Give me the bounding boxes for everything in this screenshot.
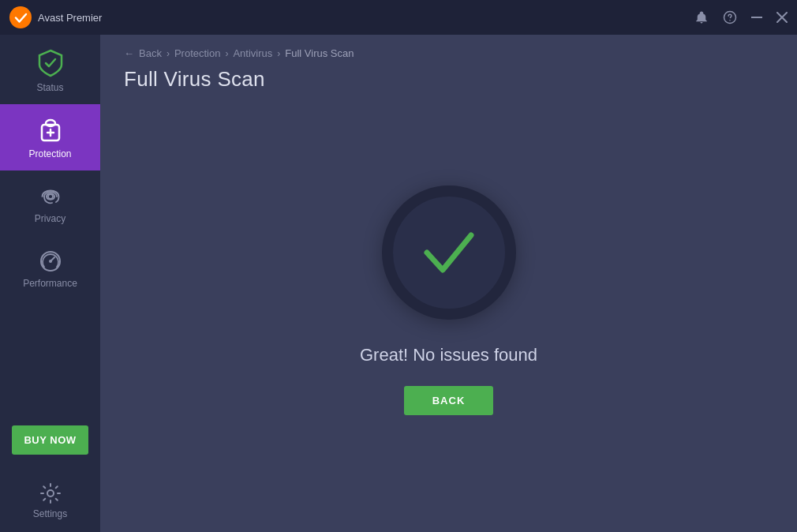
breadcrumb-sep-1: › — [167, 48, 170, 59]
privacy-icon — [39, 185, 62, 208]
sidebar-item-protection[interactable]: Protection — [0, 104, 100, 170]
sidebar-item-privacy[interactable]: Privacy — [0, 170, 100, 235]
sidebar-item-settings[interactable]: Settings — [0, 469, 100, 532]
app-title: Avast Premier — [38, 12, 102, 24]
sidebar-performance-label: Performance — [23, 278, 77, 289]
avast-logo-icon — [9, 6, 32, 28]
title-bar: Avast Premier — [0, 0, 797, 35]
notification-button[interactable] — [694, 10, 709, 24]
sidebar-item-status[interactable]: Status — [0, 35, 100, 104]
content-body: Great! No issues found BACK — [100, 99, 797, 532]
help-icon — [723, 10, 737, 24]
svg-point-0 — [9, 6, 32, 28]
sidebar-item-performance[interactable]: Performance — [0, 235, 100, 300]
sidebar-settings-label: Settings — [33, 508, 67, 519]
svg-point-14 — [47, 490, 54, 496]
breadcrumb-sep-2: › — [225, 48, 228, 59]
back-link[interactable]: ← Back — [124, 47, 162, 59]
sidebar-status-label: Status — [36, 82, 63, 93]
app-logo: Avast Premier — [9, 6, 102, 28]
sidebar-privacy-label: Privacy — [35, 213, 65, 224]
minimize-button[interactable] — [751, 17, 762, 18]
bell-icon — [694, 10, 709, 24]
sidebar-protection-label: Protection — [28, 148, 71, 159]
status-icon — [38, 49, 63, 77]
svg-point-2 — [729, 20, 731, 21]
back-button[interactable]: BACK — [404, 386, 494, 415]
back-label[interactable]: Back — [139, 47, 162, 59]
back-arrow-icon: ← — [124, 47, 134, 59]
breadcrumb: ← Back › Protection › Antivirus › Full V… — [124, 47, 773, 59]
breadcrumb-protection[interactable]: Protection — [174, 47, 221, 59]
breadcrumb-sep-3: › — [277, 48, 280, 59]
content-area: ← Back › Protection › Antivirus › Full V… — [100, 35, 797, 532]
window-controls — [694, 10, 788, 24]
minimize-icon — [751, 17, 762, 18]
content-header: ← Back › Protection › Antivirus › Full V… — [100, 35, 797, 99]
svg-rect-3 — [751, 17, 762, 18]
sidebar: Status Protection — [0, 35, 100, 532]
checkmark-icon — [421, 229, 477, 276]
close-button[interactable] — [776, 12, 788, 23]
close-icon — [776, 12, 788, 23]
buy-now-button[interactable]: BUY NOW — [12, 425, 88, 455]
settings-icon — [40, 483, 61, 504]
protection-icon — [39, 118, 62, 144]
main-layout: Status Protection — [0, 35, 797, 532]
svg-point-10 — [48, 194, 53, 199]
breadcrumb-antivirus[interactable]: Antivirus — [233, 47, 272, 59]
page-title: Full Virus Scan — [124, 67, 773, 92]
help-button[interactable] — [723, 10, 737, 24]
breadcrumb-current: Full Virus Scan — [285, 47, 354, 59]
result-message: Great! No issues found — [360, 345, 537, 365]
result-circle — [382, 185, 516, 320]
performance-icon — [39, 249, 62, 273]
svg-point-13 — [49, 260, 52, 263]
